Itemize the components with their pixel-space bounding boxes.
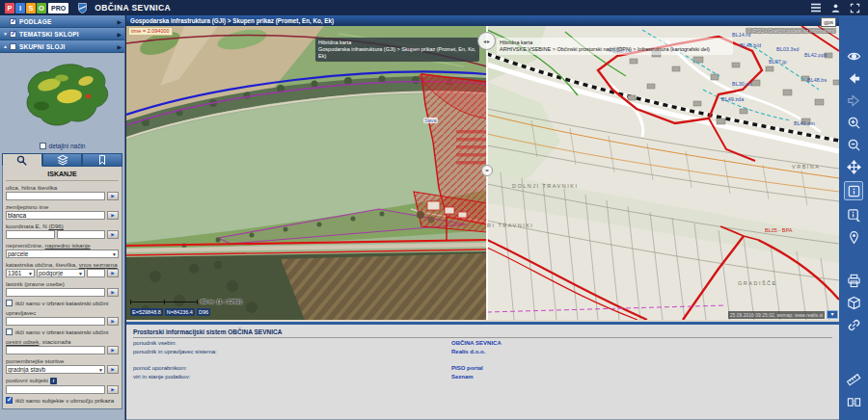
zoom-in-button[interactable]: [845, 115, 862, 130]
split-drag-handle-small[interactable]: ◂▸: [481, 165, 493, 176]
menu-button[interactable]: [810, 3, 822, 13]
expander-icon[interactable]: ▲: [3, 44, 10, 49]
map-toolbar: [839, 15, 868, 420]
road-section-link[interactable]: cestni odsek: [6, 338, 39, 345]
share-link-button[interactable]: [845, 317, 862, 332]
skupni-sloji-checkbox[interactable]: [10, 43, 16, 50]
geo-name-input[interactable]: [6, 211, 105, 220]
cadastral-label: katastrska občina, številka, vnos seznam…: [6, 261, 119, 268]
sidebar-tabs: [2, 153, 122, 167]
locate-button[interactable]: [845, 229, 862, 245]
coordinate-n-input[interactable]: [57, 230, 106, 239]
info-badge-icon[interactable]: i: [50, 378, 57, 384]
map-label: VRBINA: [792, 164, 820, 170]
road-section-input[interactable]: [6, 346, 105, 354]
panel-open-arrow-icon[interactable]: ▶: [117, 18, 122, 25]
split-drag-handle[interactable]: ◂▸: [477, 32, 496, 50]
user-button[interactable]: [830, 3, 841, 13]
d96-link[interactable]: (D96): [48, 223, 63, 229]
subjects-in-view-checkbox[interactable]: [6, 397, 13, 404]
podlage-checkbox[interactable]: [10, 18, 16, 25]
link-seznam[interactable]: Seznam: [451, 374, 474, 380]
tab-layers[interactable]: [42, 153, 83, 167]
identify-advanced-button[interactable]: [845, 207, 862, 223]
pan-button[interactable]: [845, 159, 862, 174]
map-label: BL48.bs: [807, 77, 827, 83]
sidebar: PODLAGE ▶ ▼ TEMATSKI SKLOPI ▶ ▲ SKUPNI S…: [0, 15, 125, 420]
street-input[interactable]: [6, 192, 105, 200]
sidebar-panel-tematski-sklopi[interactable]: ▼ TEMATSKI SKLOPI ▶: [0, 28, 124, 40]
3d-view-button[interactable]: [845, 295, 862, 310]
manager-limit-checkbox[interactable]: [6, 328, 13, 335]
search-panel-title: ISKANJE: [6, 169, 119, 181]
owner-input[interactable]: [6, 288, 105, 297]
link-realis[interactable]: Realis d.o.o.: [451, 349, 485, 354]
print-button[interactable]: [845, 273, 862, 288]
services-select[interactable]: gradnja stavb▼: [6, 365, 105, 374]
list-entry-link[interactable]: vnos seznama: [79, 261, 118, 268]
link-obcina-sevnica[interactable]: OBČINA SEVNICA: [451, 340, 502, 346]
cadastral-name-select[interactable]: podgorje▼: [37, 269, 85, 277]
location-pin-icon: [847, 230, 861, 245]
info-row: ponudnik in upravljavec sistema: Realis …: [133, 349, 832, 355]
owner-limit-checkbox[interactable]: [6, 300, 13, 306]
identify-icon: [847, 184, 861, 198]
identify-button[interactable]: [844, 181, 863, 200]
right-map-cadastral: [487, 26, 839, 320]
map-label: DOLNJI TRAVNIKI: [512, 183, 578, 189]
cadastral-number-select[interactable]: 1361▼: [6, 269, 35, 277]
realestate-type-select[interactable]: parcele▼: [6, 249, 119, 258]
map-label: BL07.jp: [769, 59, 787, 65]
back-arrow-icon: [847, 71, 861, 86]
compare-split-button[interactable]: [845, 394, 862, 409]
expander-icon[interactable]: ▼: [3, 32, 10, 37]
panel-open-arrow-icon[interactable]: ▶: [117, 43, 122, 50]
services-go-button[interactable]: [107, 365, 119, 374]
left-layer-tooltip: Hibridna karta Gospodarska infrastruktur…: [315, 38, 479, 62]
panel-open-arrow-icon[interactable]: ▶: [117, 31, 122, 38]
gps-button[interactable]: gps: [821, 17, 836, 27]
manager-input[interactable]: [6, 317, 105, 326]
ruler-icon: [846, 372, 861, 387]
tab-search[interactable]: [2, 153, 42, 167]
measure-button[interactable]: [845, 372, 862, 387]
eye-visibility-button[interactable]: [845, 48, 862, 64]
parcel-number-input[interactable]: [87, 269, 105, 277]
coordinate-go-button[interactable]: [107, 230, 119, 239]
map-label: BL30.vo: [732, 81, 751, 87]
link-piso-portal[interactable]: PISO portal: [451, 365, 483, 371]
tab-bookmarks[interactable]: [82, 153, 122, 167]
map-layer-breadcrumb: Gospodarska infrastruktura (GJI) > Skupe…: [126, 15, 839, 26]
info-row: viri in stanje podatkov: Seznam: [133, 374, 832, 381]
detail-mode-checkbox[interactable]: [40, 143, 46, 149]
street-go-button[interactable]: [107, 192, 119, 200]
manager-go-button[interactable]: [107, 317, 119, 326]
map-canvas[interactable]: Sava BL02.ppb BL14.rd BL46.b/d BL03.3sd …: [126, 26, 839, 320]
forward-button[interactable]: [845, 92, 862, 108]
owner-go-button[interactable]: [107, 288, 119, 297]
fullscreen-button[interactable]: [850, 3, 860, 13]
coordinate-datum: D96: [197, 308, 210, 316]
municipality-overview-map[interactable]: [9, 56, 117, 141]
footer-collapse-button[interactable]: ▾: [827, 310, 838, 319]
map-disclaimer: © PISO - Grafični podatki so informativn…: [746, 28, 836, 34]
identify-advanced-icon: [847, 208, 861, 223]
road-section-go-button[interactable]: [107, 346, 119, 354]
geo-name-go-button[interactable]: [107, 211, 119, 220]
business-entity-input[interactable]: [6, 385, 105, 394]
coordinate-e-input[interactable]: [6, 230, 55, 239]
logo-pro-suffix: PRO: [48, 3, 68, 13]
map-label: GRADIŠČE: [738, 280, 777, 286]
zoom-out-button[interactable]: [845, 137, 862, 152]
map-label: BL42.ppb: [804, 52, 827, 58]
business-entity-go-button[interactable]: [107, 385, 119, 394]
tematski-sklopi-checkbox[interactable]: [10, 31, 16, 38]
advanced-search-link[interactable]: napredno iskanje: [45, 242, 91, 249]
sidebar-panel-podlage[interactable]: PODLAGE ▶: [0, 15, 124, 28]
piso-logo[interactable]: P I S O PRO: [5, 3, 68, 13]
cadastral-go-button[interactable]: [107, 269, 119, 277]
link-icon: [847, 318, 861, 332]
piso-gis-app: { "topbar": { "brand": {"letters": ["P",…: [0, 0, 868, 420]
back-button[interactable]: [845, 70, 862, 86]
sidebar-panel-skupni-sloji[interactable]: ▲ SKUPNI SLOJI ▶: [0, 40, 124, 53]
